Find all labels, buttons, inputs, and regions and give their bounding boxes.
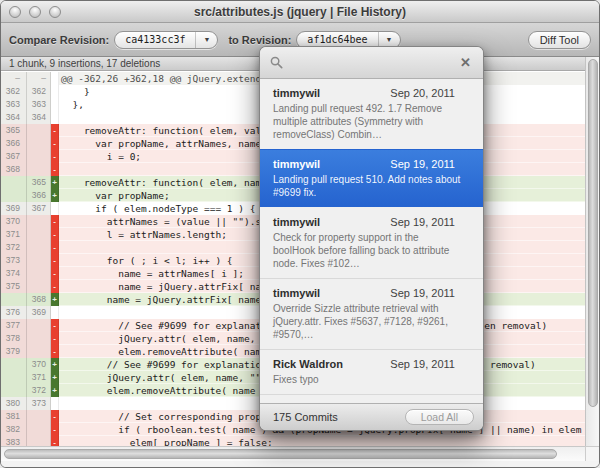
close-icon[interactable]: ✕ [458,55,473,70]
compare-revision-label: Compare Revision: [9,34,109,46]
old-line-number [1,293,27,306]
commit-list-item[interactable]: timmywil Sep 19, 2011 Landing pull reque… [260,149,483,207]
change-marker: - [51,319,59,332]
load-all-button[interactable]: Load All [405,409,474,425]
change-marker: + [51,293,59,306]
new-line-number: 373 [27,397,51,410]
old-line-number [1,189,27,202]
old-line-number: 363 [1,98,27,111]
hunk-marker-cell [51,72,59,85]
vertical-scrollbar-thumb[interactable] [588,59,598,407]
zoom-window-button[interactable] [49,6,61,18]
change-marker [51,306,59,319]
commit-list-item[interactable]: Rick Waldron Sep 19, 2011 Add notes abou… [260,394,483,403]
horizontal-scrollbar-thumb[interactable] [4,449,557,459]
old-line-number: 376 [1,306,27,319]
change-marker: - [51,124,59,137]
compare-revision-value: ca4133cc3f [115,34,195,45]
change-marker: - [51,267,59,280]
change-marker: - [51,410,59,423]
commit-list-item[interactable]: timmywil Sep 20, 2011 Landing pull reque… [260,79,483,149]
new-line-number: 368 [27,293,51,306]
new-line-number [27,215,51,228]
commit-list-item[interactable]: timmywil Sep 19, 2011 Check for property… [260,207,483,278]
commit-list-item[interactable]: Rick Waldron Sep 19, 2011 Fixes typo [260,349,483,394]
to-revision-value: af1dc64bee [297,34,377,45]
compare-revision-dropdown[interactable]: ca4133cc3f ▼ [114,31,218,49]
commit-history-popup: ✕ timmywil Sep 20, 2011 Landing pull req… [259,46,484,431]
change-marker: - [51,150,59,163]
new-line-number [27,345,51,358]
new-line-number [27,410,51,423]
commit-message: Landing pull request 510. Add notes abou… [273,173,463,199]
new-line-number: 371 [27,371,51,384]
new-line-number: 367 [27,202,51,215]
change-marker: + [51,384,59,397]
diff-summary-text: 1 chunk, 9 insertions, 17 deletions [9,58,160,69]
old-line-number: 379 [1,345,27,358]
change-marker: - [51,332,59,345]
change-marker: + [51,189,59,202]
hunk-old-marker: – [1,72,27,85]
new-line-number [27,280,51,293]
horizontal-scrollbar[interactable] [1,446,586,461]
new-line-number [27,254,51,267]
window-controls [9,6,61,18]
change-marker: + [51,358,59,371]
old-line-number: 378 [1,332,27,345]
vertical-scrollbar[interactable] [585,57,599,448]
old-line-number: 369 [1,202,27,215]
new-line-number: 366 [27,189,51,202]
change-marker: - [51,137,59,150]
close-window-button[interactable] [9,6,21,18]
commit-date: Sep 19, 2011 [390,287,455,299]
change-marker [51,202,59,215]
commit-message: Fixes typo [273,373,463,386]
new-line-number [27,124,51,137]
commit-author: timmywil [273,287,320,299]
change-marker: - [51,241,59,254]
new-line-number [27,241,51,254]
window-bottom-edge [1,461,599,467]
old-line-number: 374 [1,267,27,280]
new-line-number [27,267,51,280]
commit-author: timmywil [273,87,320,99]
commit-date: Sep 20, 2011 [390,87,455,99]
change-marker: + [51,176,59,189]
new-line-number: 362 [27,85,51,98]
change-marker [51,98,59,111]
change-marker [51,111,59,124]
old-line-number: 377 [1,319,27,332]
change-marker: - [51,423,59,436]
new-line-number [27,228,51,241]
old-line-number: 375 [1,280,27,293]
app-window: src/attributes.js (jquery | File History… [0,0,600,468]
commit-count: 175 Commits [273,411,338,423]
title-bar: src/attributes.js (jquery | File History… [1,1,599,23]
new-line-number [27,319,51,332]
minimize-window-button[interactable] [29,6,41,18]
search-input[interactable] [289,57,452,69]
hunk-new-marker: – [27,72,51,85]
change-marker: - [51,345,59,358]
old-line-number: 373 [1,254,27,267]
change-marker: - [51,215,59,228]
new-line-number: 363 [27,98,51,111]
new-line-number [27,332,51,345]
popup-footer: 175 Commits Load All [260,403,483,430]
change-marker [51,85,59,98]
diff-tool-button[interactable]: Diff Tool [528,31,591,49]
commit-date: Sep 19, 2011 [390,158,455,170]
commit-message: Landing pull request 492. 1.7 Remove mul… [273,102,463,141]
old-line-number [1,358,27,371]
commit-list-item[interactable]: timmywil Sep 19, 2011 Override Sizzle at… [260,278,483,349]
scrollbar-corner [585,446,599,461]
old-line-number: 367 [1,150,27,163]
change-marker: - [51,228,59,241]
commit-message: Check for property support in the boolHo… [273,231,463,270]
new-line-number: 372 [27,384,51,397]
commit-author: timmywil [273,216,320,228]
old-line-number: 366 [1,137,27,150]
old-line-number [1,176,27,189]
window-title: src/attributes.js (jquery | File History… [194,5,406,19]
